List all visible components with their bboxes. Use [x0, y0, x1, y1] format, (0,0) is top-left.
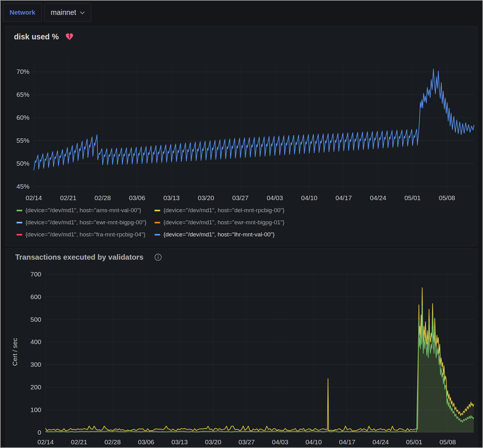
x-tick: 05/01: [404, 194, 421, 201]
x-tick: 02/21: [71, 438, 87, 446]
legend-item-3[interactable]: {device="/dev/md1", host="ewr-mnt-bigpg-…: [154, 219, 284, 226]
legend-series-label: {device="/dev/md1", host="lhr-mnt-val-00…: [163, 231, 275, 238]
legend-series-label: {device="/dev/md1", host="ewr-mnt-bigpg-…: [163, 219, 284, 226]
disk-panel-title: disk used %: [14, 32, 59, 41]
y-axis-label: Cert / sec: [11, 338, 18, 366]
network-variable-dropdown[interactable]: mainnet: [44, 3, 91, 22]
legend-series-color-chip: [16, 234, 22, 235]
x-tick: 02/21: [60, 194, 77, 201]
y-tick: 400: [30, 338, 41, 345]
x-tick: 03/06: [129, 194, 145, 201]
x-tick: 03/20: [198, 194, 214, 201]
y-tick: 700: [30, 271, 41, 278]
transactions-panel: Transactions executed by validators 0100…: [6, 248, 477, 448]
x-tick: 03/13: [171, 438, 188, 446]
y-tick: 60%: [16, 114, 29, 121]
transactions-panel-header[interactable]: Transactions executed by validators: [6, 249, 477, 262]
disk-panel-header[interactable]: disk used %: [6, 26, 477, 41]
x-tick: 05/08: [439, 194, 455, 201]
x-tick: 04/17: [335, 194, 352, 201]
x-tick: 02/28: [104, 438, 121, 446]
network-variable-label: Network: [3, 3, 42, 22]
legend-item-0[interactable]: {device="/dev/md1", host="ams-mnt-val-00…: [16, 207, 146, 214]
x-tick: 04/03: [272, 438, 288, 446]
transactions-chart-svg[interactable]: 010020030040050060070002/1402/2102/2803/…: [7, 271, 476, 448]
legend-series-label: {device="/dev/md1", host="ewr-mnt-bigpg-…: [25, 219, 146, 226]
legend-series-color-chip: [16, 222, 22, 223]
y-tick: 70%: [16, 68, 29, 75]
y-tick: 200: [30, 383, 41, 391]
x-tick: 03/20: [205, 438, 221, 446]
legend-series-color-chip: [154, 234, 160, 235]
y-tick: 0: [38, 429, 41, 436]
alert-heart-broken-icon[interactable]: [65, 32, 74, 41]
legend-series-label: {device="/dev/md1", host="fra-mnt-rpcbig…: [25, 231, 145, 238]
legend-item-2[interactable]: {device="/dev/md1", host="ewr-mnt-bigpg-…: [16, 219, 146, 226]
disk-used-chart[interactable]: 45%50%55%60%65%70%02/1402/2102/2803/0603…: [7, 60, 477, 204]
y-tick: 65%: [16, 91, 29, 98]
x-tick: 05/01: [406, 438, 423, 446]
legend-series-color-chip: [16, 210, 22, 211]
disk-used-panel: disk used % 45%50%55%60%65%70%02/1402/21…: [6, 26, 477, 246]
x-tick: 03/27: [238, 438, 255, 446]
x-tick: 02/28: [95, 194, 111, 201]
info-circle-icon[interactable]: [154, 253, 162, 261]
transactions-chart[interactable]: 010020030040050060070002/1402/2102/2803/…: [7, 271, 477, 448]
x-tick: 04/17: [339, 438, 356, 446]
x-tick: 03/27: [232, 194, 249, 201]
x-tick: 04/10: [301, 194, 317, 201]
x-tick: 02/14: [26, 194, 42, 201]
network-variable-value: mainnet: [51, 8, 76, 17]
legend-series-label: {device="/dev/md1", host="del-mnt-rpcbig…: [163, 207, 284, 214]
y-tick: 100: [30, 406, 41, 413]
legend-series-color-chip: [154, 210, 160, 211]
y-tick: 300: [30, 361, 41, 368]
legend-item-5[interactable]: {device="/dev/md1", host="lhr-mnt-val-00…: [154, 231, 284, 238]
x-tick: 03/13: [163, 194, 180, 201]
legend-item-1[interactable]: {device="/dev/md1", host="del-mnt-rpcbig…: [154, 207, 284, 214]
x-tick: 03/06: [138, 438, 154, 446]
x-tick: 02/14: [38, 438, 54, 446]
x-tick: 04/10: [305, 438, 322, 446]
y-tick: 600: [30, 293, 41, 300]
legend-series-label: {device="/dev/md1", host="ams-mnt-val-00…: [25, 207, 141, 214]
y-tick: 50%: [16, 160, 29, 167]
y-tick: 45%: [16, 183, 29, 190]
dashboard-variables-bar: Network mainnet: [1, 1, 482, 24]
x-tick: 04/24: [373, 438, 389, 446]
chevron-down-icon: [80, 11, 85, 15]
disk-used-legend: {device="/dev/md1", host="ams-mnt-val-00…: [16, 207, 477, 238]
network-variable-label-text: Network: [10, 9, 35, 16]
legend-item-4[interactable]: {device="/dev/md1", host="fra-mnt-rpcbig…: [16, 231, 146, 238]
disk-used-chart-svg[interactable]: 45%50%55%60%65%70%02/1402/2102/2803/0603…: [7, 60, 476, 203]
y-tick: 500: [30, 316, 41, 323]
x-tick: 04/03: [267, 194, 283, 201]
y-tick: 55%: [16, 137, 29, 144]
x-tick: 04/24: [370, 194, 386, 201]
legend-series-color-chip: [154, 222, 160, 223]
x-tick: 05/08: [440, 438, 456, 446]
transactions-panel-title: Transactions executed by validators: [15, 253, 144, 262]
